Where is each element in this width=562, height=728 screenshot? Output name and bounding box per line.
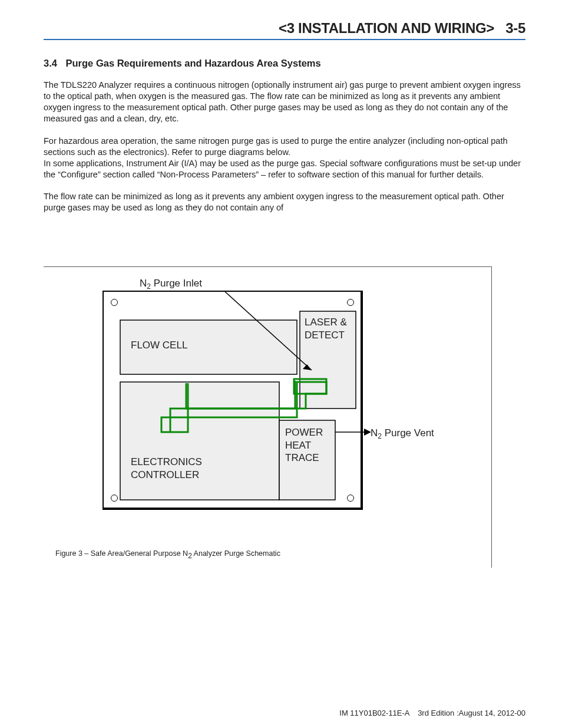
page-number: 3-5 (505, 20, 525, 36)
paragraph-2: For hazardous area operation, the same n… (44, 136, 525, 181)
electronics-box (120, 382, 279, 500)
footer-edition: 3rd Edition :August 14, 2012-00 (418, 709, 525, 717)
power-heat-trace-label: POWER HEAT TRACE (285, 426, 323, 464)
section-title: Purge Gas Requirements and Hazardous Are… (66, 58, 321, 68)
paragraph-3: The flow rate can be minimized as long a… (44, 191, 525, 213)
section-heading: 3.4 Purge Gas Requirements and Hazardous… (44, 58, 525, 69)
page-header: <3 INSTALLATION AND WIRING> 3-5 (44, 20, 525, 40)
flow-cell-label: FLOW CELL (131, 339, 187, 351)
purge-schematic-diagram: N2 Purge Inlet N2 Purge Vent (103, 291, 437, 526)
laser-detect-label: LASER & DETECT (305, 316, 347, 341)
diagram-svg (103, 291, 437, 526)
figure-caption: Figure 3 – Safe Area/General Purpose N2 … (55, 549, 280, 560)
chapter-title: <3 INSTALLATION AND WIRING> (279, 20, 494, 36)
section-number: 3.4 (44, 58, 57, 68)
page-footer: IM 11Y01B02-11E-A 3rd Edition :August 14… (339, 709, 525, 717)
vent-arrow-head (364, 429, 371, 436)
paragraph-1: The TDLS220 Analyzer requires a continuo… (44, 80, 525, 125)
purge-inlet-label: N2 Purge Inlet (140, 278, 202, 291)
electronics-controller-label: ELECTRONICS CONTROLLER (131, 456, 202, 481)
footer-doc-id: IM 11Y01B02-11E-A (339, 709, 409, 717)
figure-frame: N2 Purge Inlet N2 Purge Vent (44, 266, 492, 568)
